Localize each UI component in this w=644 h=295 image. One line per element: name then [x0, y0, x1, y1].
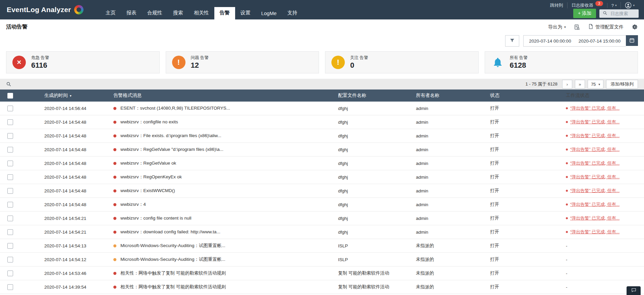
nav-tab-logme[interactable]: LogMe — [256, 8, 282, 19]
row-status[interactable]: 打开 — [490, 133, 566, 139]
manage-profiles-button[interactable]: 管理配置文件 — [588, 24, 624, 30]
jump-to-link[interactable]: 跳转到 — [546, 2, 567, 8]
row-workflow[interactable]: “弹出告警” 已完成, 但有... — [566, 188, 644, 194]
row-workflow[interactable]: “弹出告警” 已完成, 但有... — [566, 105, 644, 111]
header-workflow[interactable]: 工作流状态 — [566, 93, 644, 99]
card-all-alerts[interactable]: 所有 告警 6128 — [485, 51, 638, 73]
filter-funnel-button[interactable] — [505, 35, 519, 47]
row-checkbox[interactable] — [7, 188, 13, 194]
row-checkbox[interactable] — [7, 174, 13, 180]
export-as-dropdown[interactable]: 导出为 ▾ — [548, 24, 566, 30]
workflow-status-link[interactable]: “弹出告警” 已完成, 但有... — [570, 201, 620, 208]
row-checkbox[interactable] — [7, 119, 13, 125]
row-status[interactable]: 打开 — [490, 105, 566, 111]
row-message[interactable]: 相关性：网络中触发了复制 可能的勒索软件活动规则 — [113, 270, 338, 276]
row-checkbox[interactable] — [7, 257, 13, 262]
card-critical-alerts[interactable]: × 危急 告警 6116 — [6, 51, 160, 73]
table-row[interactable]: 2020-07-14 14:54:13 Microsoft-Windows-Se… — [0, 239, 644, 253]
row-workflow[interactable]: - — [566, 243, 644, 248]
page-size-select[interactable]: 75 ▾ — [588, 80, 604, 88]
table-row[interactable]: 2020-07-14 14:54:48 wwbizsrv：RegGetValue… — [0, 157, 644, 170]
row-checkbox[interactable] — [7, 161, 13, 166]
table-row[interactable]: 2020-07-14 14:53:46 相关性：网络中触发了复制 可能的勒索软件… — [0, 267, 644, 280]
row-status[interactable]: 打开 — [490, 146, 566, 153]
row-workflow[interactable]: “弹出告警” 已完成, 但有... — [566, 119, 644, 125]
nav-tab-compliance[interactable]: 合规性 — [142, 7, 168, 19]
row-status[interactable]: 打开 — [490, 215, 566, 221]
add-button[interactable]: + 添加 — [573, 9, 596, 18]
row-status[interactable]: 打开 — [490, 160, 566, 166]
app-logo[interactable]: EventLog Analyzer — [0, 0, 90, 19]
help-menu[interactable]: ? ▾ — [607, 3, 621, 8]
row-workflow[interactable]: “弹出告警” 已完成, 但有... — [566, 133, 644, 139]
add-remove-columns-button[interactable]: 添加/移除列 — [606, 80, 638, 88]
log-receiver-link[interactable]: 日志接收器 3 — [567, 2, 607, 8]
row-checkbox[interactable] — [7, 229, 13, 235]
header-time[interactable]: 生成的时间▾ — [44, 93, 113, 99]
select-all-checkbox[interactable] — [7, 93, 13, 99]
nav-tab-correlation[interactable]: 相关性 — [189, 7, 214, 19]
workflow-status-link[interactable]: “弹出告警” 已完成, 但有... — [570, 160, 620, 166]
header-profile[interactable]: 配置文件名称 — [338, 93, 416, 99]
header-owner[interactable]: 所有者名称 — [416, 93, 490, 99]
table-row[interactable]: 2020-07-14 14:54:48 wwbizsrv：RegOpenKeyE… — [0, 170, 644, 184]
row-status[interactable]: 打开 — [490, 119, 566, 125]
row-workflow[interactable]: - — [566, 257, 644, 262]
row-message[interactable]: wwbizsrv：ExistWWCMD() — [113, 188, 338, 194]
log-search-input[interactable] — [610, 11, 635, 16]
nav-tab-alerts[interactable]: 告警 — [214, 7, 235, 19]
table-row[interactable]: 2020-07-14 14:54:48 wwbizsrv：File exists… — [0, 129, 644, 143]
nav-tab-search[interactable]: 搜索 — [168, 7, 189, 19]
row-status[interactable]: 打开 — [490, 201, 566, 208]
table-row[interactable]: 2020-07-14 14:54:12 Microsoft-Windows-Se… — [0, 253, 644, 267]
nav-tab-settings[interactable]: 设置 — [235, 7, 256, 19]
row-workflow[interactable]: “弹出告警” 已完成, 但有... — [566, 160, 644, 166]
row-status[interactable]: 打开 — [490, 284, 566, 290]
nav-tab-home[interactable]: 主页 — [100, 7, 121, 19]
chat-widget[interactable] — [627, 286, 641, 295]
header-message[interactable]: 告警格式消息 — [113, 93, 338, 99]
row-checkbox[interactable] — [7, 202, 13, 208]
row-message[interactable]: ESENT：svchost (14080,R,98) TILEREPOSITOR… — [113, 105, 338, 111]
card-trouble-alerts[interactable]: ! 问题 告警 12 — [166, 51, 319, 73]
table-row[interactable]: 2020-07-14 14:54:48 wwbizsrv：4 dfghj adm… — [0, 198, 644, 212]
settings-gear-icon[interactable] — [632, 24, 638, 30]
workflow-status-link[interactable]: “弹出告警” 已完成, 但有... — [570, 146, 620, 153]
last-page-button[interactable]: » — [575, 80, 585, 88]
row-message[interactable]: wwbizsrv：configfile no exits — [113, 119, 338, 125]
table-row[interactable]: 2020-07-14 14:54:48 wwbizsrv：ExistWWCMD(… — [0, 184, 644, 198]
row-status[interactable]: 打开 — [490, 188, 566, 194]
row-message[interactable]: wwbizsrv：RegGetValue "d:\program files (… — [113, 146, 338, 153]
row-workflow[interactable]: “弹出告警” 已完成, 但有... — [566, 174, 644, 180]
workflow-status-link[interactable]: “弹出告警” 已完成, 但有... — [570, 105, 620, 111]
workflow-status-link[interactable]: “弹出告警” 已完成, 但有... — [570, 188, 620, 194]
row-checkbox[interactable] — [7, 133, 13, 139]
table-row[interactable]: 2020-07-14 14:54:48 wwbizsrv：configfile … — [0, 115, 644, 129]
row-message[interactable]: wwbizsrv：RegGetValue ok — [113, 160, 338, 166]
row-message[interactable]: Microsoft-Windows-Security-Auditing：试图重置… — [113, 256, 338, 262]
table-search-icon[interactable] — [6, 81, 11, 87]
workflow-status-link[interactable]: “弹出告警” 已完成, 但有... — [570, 133, 620, 139]
row-status[interactable]: 打开 — [490, 174, 566, 180]
nav-tab-support[interactable]: 支持 — [282, 7, 303, 19]
row-checkbox[interactable] — [7, 147, 13, 153]
row-checkbox[interactable] — [7, 106, 13, 111]
row-workflow[interactable]: “弹出告警” 已完成, 但有... — [566, 215, 644, 221]
row-status[interactable]: 打开 — [490, 243, 566, 249]
row-checkbox[interactable] — [7, 243, 13, 249]
row-workflow[interactable]: “弹出告警” 已完成, 但有... — [566, 229, 644, 235]
row-checkbox[interactable] — [7, 271, 13, 276]
workflow-status-link[interactable]: “弹出告警” 已完成, 但有... — [570, 229, 620, 235]
nav-tab-reports[interactable]: 报表 — [121, 7, 142, 19]
row-message[interactable]: wwbizsrv：config file content is null — [113, 215, 338, 221]
row-checkbox[interactable] — [7, 284, 13, 290]
header-status[interactable]: 状态 — [490, 93, 566, 99]
row-workflow[interactable]: “弹出告警” 已完成, 但有... — [566, 201, 644, 208]
next-page-button[interactable]: › — [562, 80, 572, 88]
workflow-status-link[interactable]: “弹出告警” 已完成, 但有... — [570, 215, 620, 221]
row-status[interactable]: 打开 — [490, 270, 566, 276]
workflow-status-link[interactable]: “弹出告警” 已完成, 但有... — [570, 174, 620, 180]
row-status[interactable]: 打开 — [490, 229, 566, 235]
table-row[interactable]: 2020-07-14 14:54:21 wwbizsrv：config file… — [0, 212, 644, 225]
row-message[interactable]: 相关性：网络中触发了复制 可能的勒索软件活动规则 — [113, 284, 338, 290]
